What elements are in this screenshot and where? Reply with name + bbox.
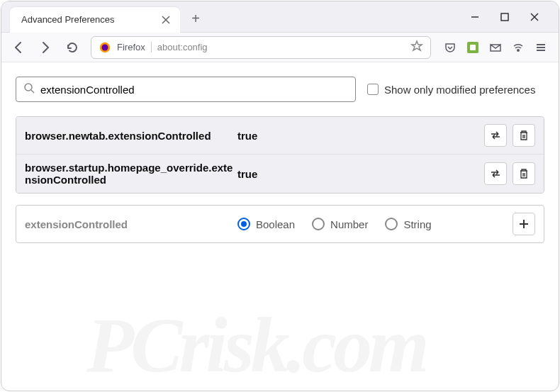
svg-point-5 (517, 49, 520, 52)
maximize-button[interactable] (498, 10, 512, 24)
show-modified-label: Show only modified preferences (384, 84, 535, 96)
show-modified-checkbox-row[interactable]: Show only modified preferences (367, 84, 535, 96)
svg-point-2 (102, 44, 108, 50)
radio-icon (385, 218, 398, 230)
type-radio-group: Boolean Number String (237, 218, 513, 230)
new-preference-row: extensionControlled Boolean Number Strin… (16, 205, 544, 243)
minimize-button[interactable] (468, 10, 482, 24)
add-button[interactable] (513, 213, 535, 235)
radio-icon (312, 218, 325, 230)
window-controls (451, 10, 559, 24)
url-text: about:config (157, 42, 208, 52)
reload-button[interactable] (61, 36, 84, 59)
type-boolean[interactable]: Boolean (237, 218, 295, 230)
titlebar: Advanced Preferences + (1, 1, 559, 33)
forward-button[interactable] (34, 36, 57, 59)
close-tab-icon[interactable] (160, 14, 172, 26)
preference-value: true (237, 168, 484, 180)
watermark: PCrisk.com (86, 301, 426, 391)
url-brand: Firefox (117, 42, 152, 52)
toolbar: Firefox about:config (1, 33, 559, 62)
search-icon (23, 82, 35, 96)
search-input[interactable] (40, 84, 348, 96)
toggle-button[interactable] (484, 162, 507, 185)
preference-value: true (237, 130, 484, 142)
browser-window: Advanced Preferences + (1, 1, 559, 391)
preference-row: browser.newtab.extensionControlled true (16, 117, 544, 155)
svg-rect-4 (470, 45, 476, 50)
svg-point-6 (25, 84, 32, 91)
delete-button[interactable] (513, 124, 535, 147)
search-box[interactable] (16, 77, 356, 102)
svg-rect-0 (501, 13, 508, 21)
bookmark-star-icon[interactable] (410, 40, 423, 55)
extension-icon[interactable] (466, 41, 479, 54)
browser-tab[interactable]: Advanced Preferences (10, 7, 180, 33)
menu-button[interactable] (534, 41, 547, 54)
content-area: Show only modified preferences browser.n… (1, 62, 559, 391)
radio-label: Boolean (256, 218, 295, 230)
type-string[interactable]: String (385, 218, 431, 230)
tab-title: Advanced Preferences (21, 14, 160, 25)
toolbar-right-icons (438, 41, 553, 54)
new-preference-name: extensionControlled (25, 218, 237, 230)
delete-button[interactable] (513, 162, 535, 185)
preference-row: browser.startup.homepage_override.extens… (16, 155, 544, 193)
type-number[interactable]: Number (312, 218, 368, 230)
close-window-button[interactable] (527, 10, 542, 24)
radio-label: Number (330, 218, 368, 230)
mail-icon[interactable] (489, 41, 502, 54)
preference-name: browser.newtab.extensionControlled (25, 130, 237, 142)
back-button[interactable] (7, 36, 30, 59)
firefox-icon (99, 41, 111, 54)
preference-list: browser.newtab.extensionControlled true … (16, 116, 544, 194)
preference-name: browser.startup.homepage_override.extens… (25, 162, 237, 186)
show-modified-checkbox[interactable] (367, 84, 379, 95)
search-row: Show only modified preferences (16, 77, 544, 102)
pocket-icon[interactable] (444, 41, 457, 54)
toggle-button[interactable] (484, 124, 507, 147)
radio-icon (237, 218, 250, 230)
new-tab-button[interactable]: + (186, 9, 206, 29)
network-icon[interactable] (512, 41, 525, 54)
url-bar[interactable]: Firefox about:config (91, 36, 431, 59)
radio-label: String (403, 218, 431, 230)
